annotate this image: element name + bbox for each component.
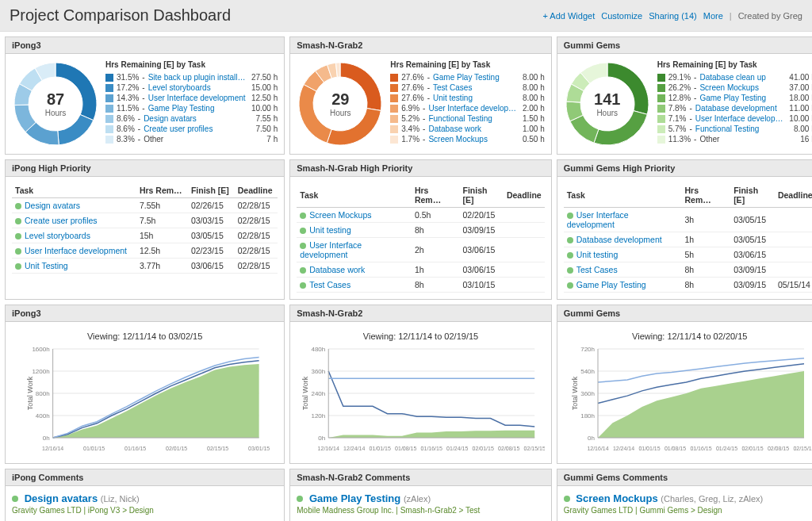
legend-task-link[interactable]: Level storyboards <box>148 83 248 92</box>
col-finish[interactable]: Finish [E] <box>188 183 235 198</box>
comment-breadcrumb[interactable]: Mobile Madness Group Inc. | Smash-n-Grab… <box>297 506 544 515</box>
legend-pct: 8.6% <box>117 125 135 133</box>
comment-breadcrumb[interactable]: Gravity Games LTD | iPong V3 > Design <box>12 506 278 515</box>
legend-title: Hrs Remaining [E] by Task <box>657 60 812 69</box>
burnup-chart-widget: iPong3 Viewing: 12/11/14 to 03/02/15 160… <box>5 305 285 464</box>
legend-pct: 7.8% <box>668 104 687 113</box>
legend-task-link[interactable]: Screen Mockups <box>428 135 519 144</box>
table-row: Database work 1h 03/06/15 <box>297 262 544 278</box>
high-priority-table: Task Hrs Rem… Finish [E] Deadline Screen… <box>297 183 544 293</box>
hp-task-link[interactable]: Unit Testing <box>25 261 68 270</box>
col-hrs[interactable]: Hrs Rem… <box>412 183 460 208</box>
legend-swatch <box>105 115 113 123</box>
legend-swatch <box>657 84 665 92</box>
legend-task-link[interactable]: Create user profiles <box>144 125 252 133</box>
svg-text:360h: 360h <box>580 390 595 397</box>
status-dot-icon <box>15 218 21 224</box>
legend-task-link[interactable]: Functional Testing <box>428 114 519 123</box>
legend-hours: 0.50 h <box>523 135 545 144</box>
hp-finish: 03/06/15 <box>188 259 235 274</box>
customize-link[interactable]: Customize <box>601 11 642 21</box>
legend-row: 8.6% - Design avatars 7.55 h <box>105 113 278 124</box>
comment-breadcrumb[interactable]: Gravity Games LTD | Gummi Gems > Design <box>564 506 812 515</box>
hours-donut-widget: Gummi Gems 141 Hours Hrs Remaining [E] b… <box>557 36 812 155</box>
legend-swatch <box>105 125 113 133</box>
legend-hours: 27.50 h <box>251 73 278 82</box>
legend-task-link[interactable]: Game Play Testing <box>699 94 786 102</box>
legend-task-link[interactable]: Screen Mockups <box>699 83 786 92</box>
hp-hrs: 5h <box>682 247 731 262</box>
legend-task-link[interactable]: Database work <box>428 125 519 133</box>
legend-task-link[interactable]: Game Play Testing <box>148 104 248 113</box>
legend-task-link[interactable]: Database clean up <box>699 73 786 82</box>
legend-title: Hrs Remaining [E] by Task <box>390 60 544 69</box>
hp-task-link[interactable]: Level storyboards <box>25 231 90 240</box>
comment-task-link[interactable]: Design avatars <box>25 492 98 504</box>
hp-task-link[interactable]: Game Play Testing <box>576 280 646 289</box>
legend-task-link[interactable]: Test Cases <box>433 83 519 92</box>
hp-task-link[interactable]: Test Cases <box>309 280 350 289</box>
hp-task-link[interactable]: Design avatars <box>25 201 80 210</box>
hp-finish: 03/05/15 <box>730 232 775 247</box>
dashboard-header: Project Comparison Dashboard + Add Widge… <box>0 0 812 32</box>
status-dot-icon <box>15 203 21 209</box>
legend-row: 11.5% - Game Play Testing 10.00 h <box>105 103 278 113</box>
burnup-chart-widget: Smash-N-Grab2 Viewing: 12/11/14 to 02/19… <box>289 305 551 464</box>
legend-pct: 8.6% <box>117 114 135 123</box>
col-task[interactable]: Task <box>564 183 682 208</box>
add-widget-link[interactable]: + Add Widget <box>542 11 595 21</box>
legend-task-link[interactable]: User Interface development <box>695 114 787 123</box>
hp-task-link[interactable]: User Interface development <box>567 210 629 229</box>
legend-task-link[interactable]: Site back up plugin installation <box>148 73 248 82</box>
hp-task-link[interactable]: Screen Mockups <box>309 210 371 220</box>
col-finish[interactable]: Finish [E] <box>459 183 503 208</box>
legend-task-link[interactable]: Functional Testing <box>695 125 791 133</box>
hp-task-link[interactable]: Unit testing <box>576 250 619 259</box>
hp-task-link[interactable]: Database development <box>576 235 662 244</box>
hp-hrs: 8h <box>412 223 460 238</box>
col-hrs[interactable]: Hrs Rem… <box>682 183 731 208</box>
col-deadline[interactable]: Deadline <box>235 183 278 198</box>
hp-task-link[interactable]: Unit testing <box>309 225 351 235</box>
legend-task-link[interactable]: User Interface development <box>148 94 248 102</box>
hp-task-link[interactable]: Test Cases <box>576 265 618 274</box>
col-deadline[interactable]: Deadline <box>504 183 545 208</box>
legend-swatch <box>105 74 113 82</box>
svg-text:0h: 0h <box>588 435 595 442</box>
col-hrs[interactable]: Hrs Rem… <box>136 183 188 198</box>
status-dot-icon <box>567 237 573 243</box>
legend-row: 8.6% - Create user profiles 7.50 h <box>105 124 278 134</box>
comment-task-link[interactable]: Screen Mockups <box>576 492 657 504</box>
col-task[interactable]: Task <box>297 183 412 208</box>
hp-task-link[interactable]: User Interface development <box>25 246 127 255</box>
legend-task-link[interactable]: Database development <box>695 104 787 113</box>
comment-task-line: Design avatars (Liz, Nick) <box>12 492 278 504</box>
hp-deadline <box>504 223 545 238</box>
hp-task-link[interactable]: User Interface development <box>300 240 362 259</box>
svg-text:540h: 540h <box>580 368 595 375</box>
legend-task-link[interactable]: User Interface development <box>428 104 519 113</box>
legend-task-link[interactable]: Design avatars <box>144 114 252 123</box>
more-link[interactable]: More <box>703 11 723 21</box>
hp-finish: 03/09/15 <box>459 223 503 238</box>
legend-task-link[interactable]: Unit testing <box>433 94 519 102</box>
hp-task-link[interactable]: Database work <box>309 265 365 274</box>
donut-chart: 29 Hours <box>297 60 384 147</box>
hp-task-link[interactable]: Create user profiles <box>25 216 98 225</box>
svg-text:120h: 120h <box>312 412 326 419</box>
col-finish[interactable]: Finish [E] <box>730 183 775 208</box>
sharing-link[interactable]: Sharing (14) <box>649 11 697 21</box>
svg-text:240h: 240h <box>312 390 326 397</box>
svg-text:01/01/15: 01/01/15 <box>83 446 105 451</box>
legend-task-link[interactable]: Game Play Testing <box>433 73 519 82</box>
comment-task-link[interactable]: Game Play Testing <box>309 492 400 504</box>
col-deadline[interactable]: Deadline <box>775 183 812 208</box>
svg-text:720h: 720h <box>580 346 595 353</box>
svg-text:1200h: 1200h <box>32 368 49 375</box>
col-task[interactable]: Task <box>12 183 136 198</box>
hp-hrs: 8h <box>412 278 460 293</box>
hp-deadline <box>775 262 812 278</box>
svg-text:12/16/14: 12/16/14 <box>42 446 63 451</box>
hp-finish: 03/06/15 <box>459 262 503 278</box>
legend-task-link: Other <box>144 135 263 144</box>
